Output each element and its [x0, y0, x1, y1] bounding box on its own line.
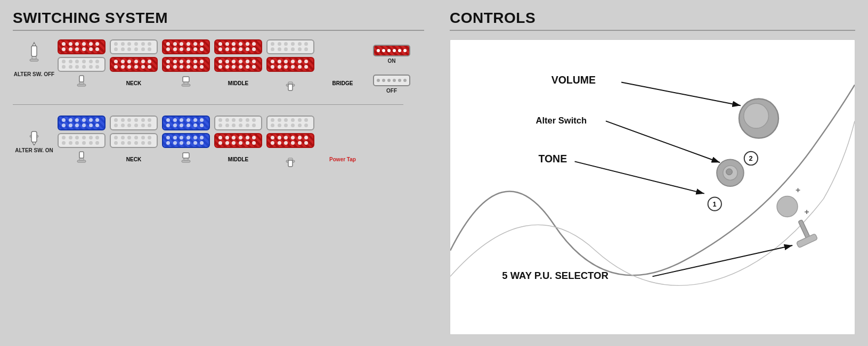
alter-on-block: ALTER SW. ON	[13, 116, 424, 169]
alter-off-icon	[25, 42, 44, 69]
pickup-on-r2-4	[214, 133, 262, 148]
plus1: +	[796, 185, 800, 194]
block-divider	[13, 104, 403, 105]
svg-line-28	[575, 161, 704, 193]
controls-divider	[450, 30, 855, 31]
controls-title: CONTROLS	[450, 10, 855, 27]
switch2-middle-icon	[176, 151, 196, 168]
pickup-on-r2-2	[110, 133, 158, 148]
svg-marker-16	[33, 142, 36, 145]
pickup-off-r2-1	[58, 57, 106, 72]
switching-system-title: SWITCHING SYSTEM	[13, 10, 424, 27]
svg-rect-1	[30, 59, 38, 61]
middle-label: MIDDLE	[228, 80, 248, 86]
pos2-bridge	[266, 151, 314, 168]
pickup-on-r1-1	[58, 116, 106, 130]
svg-line-29	[653, 245, 793, 276]
pos2-neck	[58, 151, 106, 168]
pickup-off-r1-1	[58, 39, 106, 54]
pos-middle-off	[162, 75, 210, 92]
middle2-label: MIDDLE	[228, 156, 248, 162]
bridge-label: BRIDGE	[332, 80, 353, 86]
switching-system-panel: SWITCHING SYSTEM ALTER SW. OFF	[0, 0, 437, 346]
switch-pos-bridge-icon	[281, 75, 300, 92]
alter-on-icon	[25, 118, 44, 145]
pickup-on-r1-4	[214, 116, 262, 130]
neck2-label: NECK	[126, 156, 141, 162]
svg-point-37	[777, 196, 798, 217]
alter-on-row1	[58, 116, 367, 130]
neck-label: NECK	[126, 80, 141, 86]
pos2-middle	[162, 151, 210, 168]
alter-on-pickups: NECK MIDDLE	[58, 116, 367, 169]
alter-off-pickups: NECK MIDDLE	[58, 39, 367, 93]
pickup-off-r2-3	[162, 57, 210, 72]
svg-rect-6	[79, 76, 84, 82]
svg-rect-15	[31, 131, 37, 142]
pickup-off-r1-2	[110, 39, 158, 54]
off-indicator-dots	[373, 75, 410, 86]
alter-off-row1	[58, 39, 367, 54]
on-indicator: ON	[373, 45, 410, 64]
pickup-on-r1-5	[266, 116, 314, 130]
power-tap-label: Power Tap	[329, 156, 356, 162]
pos2-neck-label: NECK	[110, 156, 158, 162]
pickup-off-r2-4	[214, 57, 262, 72]
alter-off-label: ALTER SW. OFF	[14, 71, 54, 77]
svg-point-34	[726, 169, 733, 175]
svg-line-26	[621, 82, 741, 105]
svg-rect-9	[183, 77, 189, 82]
svg-point-31	[744, 103, 769, 128]
pickup-on-r2-5	[266, 133, 314, 148]
badge2-text: 2	[749, 155, 752, 162]
controls-diagram: VOLUME Alter Switch TONE 5 WAY P.U. SELE…	[450, 39, 855, 335]
tone-text: TONE	[538, 153, 567, 164]
pos2-middle-label: MIDDLE	[214, 156, 262, 162]
on-label: ON	[388, 58, 396, 64]
controls-panel: CONTROLS VOLUME Alter Switch TONE 5 WAY …	[437, 0, 868, 346]
five-way-text: 5 WAY P.U. SELECTOR	[502, 270, 608, 281]
title-divider	[13, 30, 424, 31]
alter-off-block: ALTER SW. OFF	[13, 39, 424, 94]
pickup-off-r1-3	[162, 39, 210, 54]
svg-rect-22	[183, 153, 189, 158]
pickup-on-r1-3	[162, 116, 210, 130]
svg-marker-3	[33, 43, 36, 46]
switch-pos-middle-icon	[176, 75, 196, 92]
on-off-column: ON OFF	[373, 45, 410, 94]
alter-on-label: ALTER SW. ON	[15, 147, 53, 153]
pos-neck-label: NECK	[110, 80, 158, 86]
svg-rect-25	[288, 160, 293, 167]
pos2-bridge-label: Power Tap	[319, 156, 367, 162]
pickup-off-r2-5	[266, 57, 314, 72]
switch2-bridge-icon	[281, 151, 300, 168]
switching-area: ALTER SW. OFF	[13, 39, 424, 169]
svg-rect-5	[77, 84, 86, 86]
pos-bridge-off	[266, 75, 314, 92]
alter-on-switch-icon-area: ALTER SW. ON	[13, 116, 55, 153]
pos-bridge-label: BRIDGE	[319, 80, 367, 86]
svg-rect-19	[79, 152, 84, 158]
pickup-off-r2-2	[110, 57, 158, 72]
alter-off-switch-icon-area: ALTER SW. OFF	[13, 39, 55, 77]
pickup-off-r1-5	[266, 39, 314, 54]
pos-neck-off	[58, 75, 106, 92]
pickup-on-r1-2	[110, 116, 158, 130]
alter-on-switch-positions: NECK MIDDLE	[58, 151, 367, 168]
svg-rect-12	[288, 84, 293, 90]
alter-on-row2	[58, 133, 367, 148]
switch2-neck-icon	[72, 151, 91, 168]
svg-line-27	[606, 121, 720, 162]
pickup-on-r2-1	[58, 133, 106, 148]
svg-rect-8	[182, 84, 190, 86]
badge1-text: 1	[712, 201, 716, 208]
alter-off-row2	[58, 57, 367, 72]
on-indicator-dots	[373, 45, 410, 56]
plus2: +	[805, 207, 809, 216]
pos-middle-label: MIDDLE	[214, 80, 262, 86]
svg-rect-21	[182, 160, 190, 162]
alter-off-switch-positions: NECK MIDDLE	[58, 75, 367, 92]
volume-text: VOLUME	[551, 74, 596, 86]
guitar-body-svg: VOLUME Alter Switch TONE 5 WAY P.U. SELE…	[450, 40, 855, 334]
pickup-off-r1-4	[214, 39, 262, 54]
